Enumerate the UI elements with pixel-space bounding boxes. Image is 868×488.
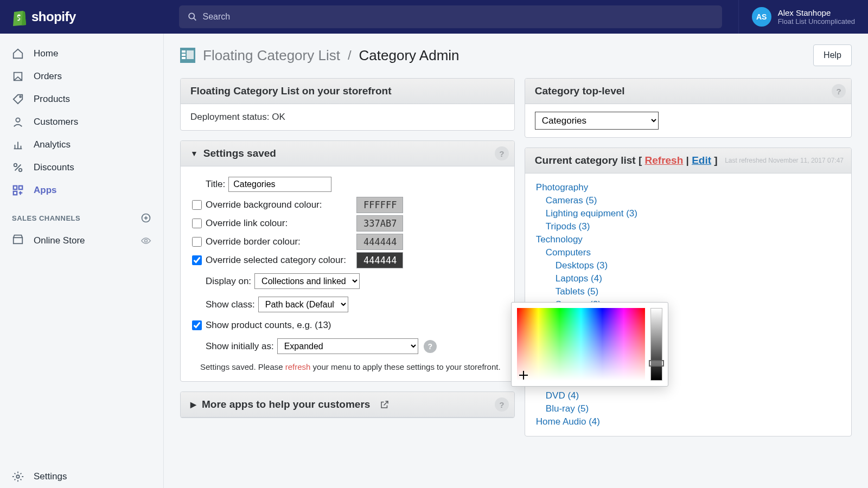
breadcrumb: Floating Category List / Category Admin … xyxy=(180,44,852,66)
color-picker-lightness[interactable] xyxy=(650,308,662,381)
label-bg: Override background colour: xyxy=(206,200,322,210)
orders-icon xyxy=(12,70,24,82)
select-showclass[interactable]: Path back (Default) xyxy=(258,297,348,312)
panel-more-apps-header[interactable]: ▶ More apps to help your customers ? xyxy=(181,392,514,418)
nav-label: Home xyxy=(34,48,58,59)
sidebar: Home Orders Products Customers Analytics… xyxy=(0,34,164,488)
checkbox-bg[interactable] xyxy=(192,200,202,210)
user-name: Alex Stanhope xyxy=(778,8,855,17)
svg-rect-17 xyxy=(182,50,186,53)
category-link[interactable]: Tablets (5) xyxy=(536,285,840,298)
label-display: Display on: xyxy=(206,276,251,287)
row-initial: Show initially as: Expanded ? xyxy=(188,335,507,358)
eye-icon[interactable] xyxy=(141,235,151,246)
category-link[interactable]: Home Audio (4) xyxy=(536,415,840,428)
category-link[interactable]: Desktops (3) xyxy=(536,259,840,272)
add-channel-icon[interactable] xyxy=(141,213,151,223)
svg-rect-8 xyxy=(19,186,22,189)
panel-deployment: Floating Category List on your storefron… xyxy=(180,78,515,131)
gear-icon xyxy=(12,471,24,483)
user-menu[interactable]: AS Alex Stanhope Float List Uncomplicate… xyxy=(738,0,868,34)
user-store: Float List Uncomplicated xyxy=(778,17,855,25)
category-link[interactable]: Tripods (3) xyxy=(536,220,840,233)
avatar: AS xyxy=(752,7,771,27)
search-input[interactable] xyxy=(202,12,713,22)
breadcrumb-app[interactable]: Floating Category List xyxy=(203,47,340,64)
svg-point-5 xyxy=(19,169,22,172)
brand-name: shopify xyxy=(31,9,76,24)
user-info: Alex Stanhope Float List Uncomplicated xyxy=(778,8,855,25)
category-link[interactable]: DVD (4) xyxy=(536,389,840,402)
label-selcat: Override selected category colour: xyxy=(206,255,346,266)
category-link[interactable]: Blu-ray (5) xyxy=(536,402,840,415)
checkbox-link[interactable] xyxy=(192,219,202,228)
search-box[interactable] xyxy=(179,5,722,28)
category-link[interactable]: Technology xyxy=(536,233,840,246)
swatch-border[interactable]: 444444 xyxy=(356,234,403,250)
panel-settings-header[interactable]: ▼ Settings saved ? xyxy=(181,141,514,166)
input-title[interactable] xyxy=(228,177,331,192)
svg-rect-13 xyxy=(14,237,23,243)
top-bar: shopify AS Alex Stanhope Float List Unco… xyxy=(0,0,868,34)
category-link[interactable]: Laptops (4) xyxy=(536,272,840,285)
category-link[interactable]: Cameras (5) xyxy=(536,194,840,207)
nav-analytics[interactable]: Analytics xyxy=(0,133,163,156)
nav-discounts[interactable]: Discounts xyxy=(0,156,163,179)
help-icon[interactable]: ? xyxy=(424,340,437,353)
category-link[interactable]: Computers xyxy=(536,246,840,259)
svg-rect-19 xyxy=(182,57,186,59)
swatch-selcat[interactable]: 444444 xyxy=(356,252,403,268)
category-link[interactable]: Lighting equipment (3) xyxy=(536,207,840,220)
nav-apps[interactable]: Apps xyxy=(0,179,163,202)
panel-settings: ▼ Settings saved ? Title: Override backg… xyxy=(180,140,515,382)
checkbox-selcat[interactable] xyxy=(192,255,202,265)
help-icon[interactable]: ? xyxy=(495,397,509,412)
refresh-list-link[interactable]: Refresh xyxy=(645,155,684,166)
nav-products[interactable]: Products xyxy=(0,88,163,111)
select-initial[interactable]: Expanded xyxy=(277,338,418,354)
checkbox-border[interactable] xyxy=(192,237,202,247)
nav-home[interactable]: Home xyxy=(0,42,163,65)
help-icon[interactable]: ? xyxy=(495,146,509,160)
svg-rect-9 xyxy=(14,191,17,195)
swatch-link[interactable]: 337AB7 xyxy=(356,215,403,232)
panel-deployment-header: Floating Category List on your storefron… xyxy=(181,79,514,104)
percent-icon xyxy=(12,162,24,174)
svg-point-15 xyxy=(16,475,20,478)
breadcrumb-separator: / xyxy=(348,48,352,63)
svg-point-14 xyxy=(145,239,148,242)
brand-logo[interactable]: shopify xyxy=(0,8,163,26)
edit-list-link[interactable]: Edit xyxy=(692,155,711,166)
nav-orders[interactable]: Orders xyxy=(0,65,163,88)
nav-label: Apps xyxy=(34,185,57,196)
select-display[interactable]: Collections and linked p xyxy=(254,273,360,289)
tag-icon xyxy=(12,93,24,105)
help-button[interactable]: Help xyxy=(813,44,852,66)
panel-more-apps: ▶ More apps to help your customers ? xyxy=(180,391,515,418)
svg-line-6 xyxy=(15,165,21,171)
panel-title: Category top-level xyxy=(535,85,625,97)
label-counts: Show product counts, e.g. (13) xyxy=(206,320,331,331)
nav-label: Products xyxy=(34,94,70,105)
slider-handle[interactable] xyxy=(649,360,664,367)
row-display: Display on: Collections and linked p xyxy=(188,269,507,293)
checkbox-counts[interactable] xyxy=(192,320,202,330)
help-icon[interactable]: ? xyxy=(832,84,846,98)
home-icon xyxy=(12,48,24,60)
refresh-link[interactable]: refresh xyxy=(285,362,311,371)
color-picker-spectrum[interactable] xyxy=(517,308,645,381)
apps-icon xyxy=(12,184,24,196)
panel-title: Floating Category List on your storefron… xyxy=(190,85,392,97)
sales-channels-header: SALES CHANNELS xyxy=(0,202,163,228)
row-link: Override link colour: 337AB7 xyxy=(188,214,507,233)
channel-online-store[interactable]: Online Store xyxy=(0,228,163,253)
nav-settings[interactable]: Settings xyxy=(0,465,163,488)
swatch-bg[interactable]: FFFFFF xyxy=(356,197,403,213)
nav-customers[interactable]: Customers xyxy=(0,111,163,133)
color-picker[interactable] xyxy=(511,302,668,387)
select-toplevel[interactable]: Categories xyxy=(535,112,659,130)
category-link[interactable]: Photography xyxy=(536,181,840,194)
last-refreshed: Last refreshed November 11, 2017 07:47 xyxy=(725,157,844,164)
svg-point-2 xyxy=(20,96,21,98)
svg-point-3 xyxy=(16,118,20,122)
